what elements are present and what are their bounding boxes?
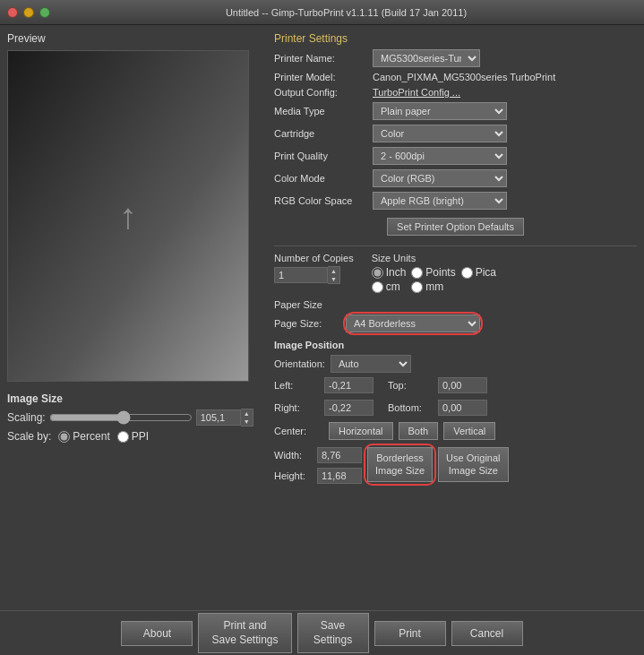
maximize-button[interactable] — [39, 7, 50, 18]
page-size-row: Page Size: A4 Borderless — [274, 315, 637, 332]
center-vertical-button[interactable]: Vertical — [443, 422, 495, 440]
scale-ppi-radio[interactable] — [117, 431, 129, 443]
scale-percent-radio[interactable] — [58, 431, 70, 443]
scale-percent-label: Percent — [73, 430, 109, 443]
scaling-input[interactable] — [196, 409, 241, 426]
page-size-select[interactable]: A4 Borderless — [346, 315, 480, 332]
printer-settings-title: Printer Settings — [274, 32, 637, 45]
color-mode-row: Color Mode Color (RGB) — [274, 169, 637, 187]
cancel-button[interactable]: Cancel — [451, 621, 523, 646]
print-save-button[interactable]: Print and Save Settings — [198, 613, 291, 653]
scaling-up-arrow[interactable]: ▲ — [241, 409, 253, 418]
copies-arrows: ▲ ▼ — [328, 266, 340, 284]
center-label: Center: — [274, 426, 323, 436]
image-size-label: Image Size — [7, 392, 267, 405]
preview-canvas: ↑ — [7, 50, 249, 382]
unit-inch-radio[interactable] — [372, 267, 383, 279]
borderless-image-size-button[interactable]: Borderless Image Size — [367, 447, 433, 482]
minimize-button[interactable] — [23, 7, 34, 18]
left-input[interactable] — [324, 377, 374, 393]
printer-name-select[interactable]: MG5300series-TurboPr — [373, 49, 480, 67]
copies-input[interactable] — [274, 267, 328, 283]
unit-points-label[interactable]: Points — [411, 266, 455, 279]
rgb-color-space-label: RGB Color Space — [274, 195, 373, 206]
set-defaults-row: Set Printer Option Defaults — [274, 216, 637, 237]
scale-by-label: Scale by: — [7, 430, 51, 443]
unit-inch-label[interactable]: Inch — [372, 266, 407, 279]
media-type-label: Media Type — [274, 106, 373, 116]
media-type-row: Media Type Plain paper — [274, 102, 637, 120]
cartridge-select[interactable]: Color — [373, 125, 507, 142]
image-position-label: Image Position — [274, 340, 637, 350]
set-defaults-button[interactable]: Set Printer Option Defaults — [387, 218, 524, 236]
use-original-size-button[interactable]: Use Original Image Size — [438, 447, 509, 482]
unit-mm-radio[interactable] — [411, 281, 423, 293]
right-input[interactable] — [324, 400, 374, 416]
window-title: Untitled -- Gimp-TurboPrint v1.1.11 (Bui… — [56, 7, 637, 18]
copies-spinbox: ▲ ▼ — [274, 266, 354, 284]
pos-right-bottom-row: Right: Bottom: — [274, 400, 637, 418]
width-input[interactable] — [317, 447, 362, 463]
unit-pica-radio[interactable] — [461, 267, 473, 279]
height-label: Height: — [274, 470, 310, 481]
orientation-select[interactable]: Auto — [331, 355, 411, 373]
printer-model-value: Canon_PIXMA_MG5300series TurboPrint — [373, 72, 555, 82]
scaling-down-arrow[interactable]: ▼ — [241, 418, 253, 426]
units-section: Size Units Inch Points Pica — [372, 253, 496, 293]
bottom-label: Bottom: — [388, 402, 433, 413]
print-quality-row: Print Quality 2 - 600dpi — [274, 147, 637, 165]
copies-section: Number of Copies ▲ ▼ — [274, 253, 354, 284]
right-row: Right: — [274, 400, 374, 416]
height-input[interactable] — [317, 468, 362, 484]
unit-points-text: Points — [425, 266, 455, 279]
height-row: Height: — [274, 468, 362, 484]
page-size-label: Page Size: — [274, 318, 346, 329]
left-row: Left: — [274, 377, 374, 393]
unit-cm-label[interactable]: cm — [372, 280, 407, 293]
close-button[interactable] — [7, 7, 18, 18]
color-mode-select[interactable]: Color (RGB) — [373, 169, 507, 187]
scaling-arrows: ▲ ▼ — [241, 409, 253, 427]
rgb-color-space-select[interactable]: Apple RGB (bright) — [373, 192, 507, 210]
center-horizontal-button[interactable]: Horizontal — [329, 422, 393, 440]
orientation-row: Orientation: Auto — [274, 355, 637, 373]
bottom-row: Bottom: — [388, 400, 487, 416]
about-button[interactable]: About — [121, 621, 193, 646]
scale-ppi-radio-label[interactable]: PPI — [117, 430, 149, 443]
media-type-select[interactable]: Plain paper — [373, 102, 507, 120]
copies-down-arrow[interactable]: ▼ — [328, 275, 339, 283]
page-size-select-wrapper: A4 Borderless — [346, 315, 480, 332]
unit-cm-text: cm — [386, 280, 400, 293]
print-quality-select[interactable]: 2 - 600dpi — [373, 147, 507, 165]
unit-mm-text: mm — [425, 280, 443, 293]
output-config-value[interactable]: TurboPrint Config ... — [373, 87, 460, 98]
wh-section: Width: Height: Borderless Image Size Use… — [274, 447, 637, 486]
top-row: Top: — [388, 377, 487, 393]
rgb-color-space-row: RGB Color Space Apple RGB (bright) — [274, 192, 637, 210]
unit-pica-text: Pica — [476, 266, 496, 279]
print-button[interactable]: Print — [374, 621, 446, 646]
save-settings-button[interactable]: Save Settings — [297, 613, 369, 653]
unit-pica-label[interactable]: Pica — [461, 266, 496, 279]
scaling-slider[interactable] — [49, 410, 193, 425]
cartridge-label: Cartridge — [274, 128, 373, 139]
center-row: Center: Horizontal Both Vertical — [274, 422, 637, 440]
right-panel: Printer Settings Printer Name: MG5300ser… — [274, 32, 637, 603]
scale-by-row: Scale by: Percent PPI — [7, 430, 267, 443]
units-grid: Inch Points Pica cm — [372, 266, 496, 293]
unit-mm-label[interactable]: mm — [411, 280, 455, 293]
orientation-label: Orientation: — [274, 358, 325, 369]
scale-percent-radio-label[interactable]: Percent — [58, 430, 109, 443]
printer-name-row: Printer Name: MG5300series-TurboPr — [274, 49, 637, 67]
top-input[interactable] — [438, 377, 487, 393]
center-both-button[interactable]: Both — [399, 422, 439, 440]
borderless-button-wrapper: Borderless Image Size — [367, 447, 433, 482]
unit-inch-text: Inch — [386, 266, 407, 279]
copies-up-arrow[interactable]: ▲ — [328, 267, 339, 275]
unit-cm-radio[interactable] — [372, 281, 383, 293]
unit-points-radio[interactable] — [411, 267, 423, 279]
output-config-label: Output Config: — [274, 87, 373, 98]
printer-model-label: Printer Model: — [274, 72, 373, 82]
bottom-input[interactable] — [438, 400, 487, 416]
scaling-spinbox: ▲ ▼ — [196, 409, 253, 427]
